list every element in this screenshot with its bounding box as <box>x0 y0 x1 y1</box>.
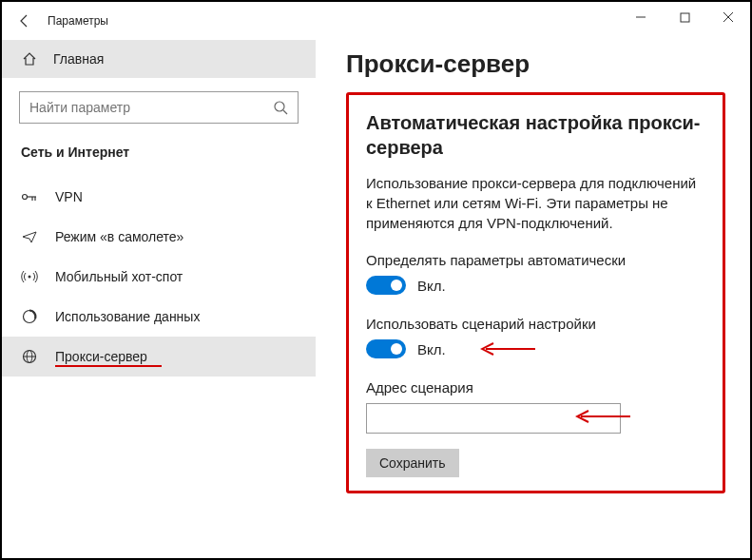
sidebar: Главная Сеть и Интернет VPN <box>2 40 316 558</box>
sidebar-item-label: Режим «в самолете» <box>55 229 183 244</box>
sidebar-item-label: Прокси-сервер <box>55 349 147 364</box>
airplane-icon <box>21 229 38 244</box>
window-controls <box>619 2 750 32</box>
svg-point-8 <box>29 276 31 279</box>
section-title: Автоматическая настройка прокси-сервера <box>366 110 705 160</box>
annotation-box: Автоматическая настройка прокси-сервера … <box>346 92 725 493</box>
sidebar-item-hotspot[interactable]: Мобильный хот-спот <box>2 257 316 297</box>
search-icon <box>273 100 288 115</box>
annotation-arrow-icon <box>575 409 632 424</box>
save-button[interactable]: Сохранить <box>366 449 459 477</box>
annotation-underline <box>55 365 162 367</box>
category-title: Сеть и Интернет <box>2 141 316 177</box>
close-button[interactable] <box>706 2 750 32</box>
use-script-state: Вкл. <box>417 341 446 357</box>
home-label: Главная <box>53 51 104 67</box>
sidebar-item-label: Мобильный хот-спот <box>55 269 183 284</box>
use-script-toggle[interactable] <box>366 339 406 358</box>
section-description: Использование прокси-сервера для подключ… <box>366 173 705 233</box>
data-usage-icon <box>21 309 38 324</box>
auto-detect-toggle[interactable] <box>366 276 406 295</box>
globe-icon <box>21 349 38 364</box>
search-box[interactable] <box>19 91 299 124</box>
search-input[interactable] <box>29 100 249 115</box>
sidebar-item-label: VPN <box>55 189 83 204</box>
vpn-icon <box>21 190 38 203</box>
svg-point-2 <box>275 102 284 111</box>
script-address-label: Адрес сценария <box>366 379 705 396</box>
settings-window: Параметры Главная <box>0 0 752 560</box>
svg-line-3 <box>283 110 287 114</box>
sidebar-item-data-usage[interactable]: Использование данных <box>2 297 316 337</box>
titlebar: Параметры <box>2 2 750 40</box>
auto-detect-label: Определять параметры автоматически <box>366 252 705 268</box>
hotspot-icon <box>21 269 38 284</box>
page-title: Прокси-сервер <box>346 49 725 79</box>
back-button[interactable] <box>10 6 40 36</box>
maximize-button[interactable] <box>663 2 706 32</box>
sidebar-item-label: Использование данных <box>55 309 200 324</box>
annotation-arrow-icon <box>480 341 537 357</box>
sidebar-item-airplane[interactable]: Режим «в самолете» <box>2 217 316 257</box>
auto-detect-state: Вкл. <box>417 278 446 294</box>
sidebar-item-vpn[interactable]: VPN <box>2 177 316 217</box>
home-nav[interactable]: Главная <box>2 40 316 78</box>
minimize-button[interactable] <box>619 2 663 32</box>
svg-point-4 <box>23 195 28 200</box>
content-pane: Прокси-сервер Автоматическая настройка п… <box>316 40 750 558</box>
home-icon <box>21 51 38 67</box>
use-script-label: Использовать сценарий настройки <box>366 316 705 332</box>
sidebar-item-proxy[interactable]: Прокси-сервер <box>2 337 316 377</box>
svg-rect-1 <box>681 13 689 22</box>
app-title: Параметры <box>48 14 108 28</box>
